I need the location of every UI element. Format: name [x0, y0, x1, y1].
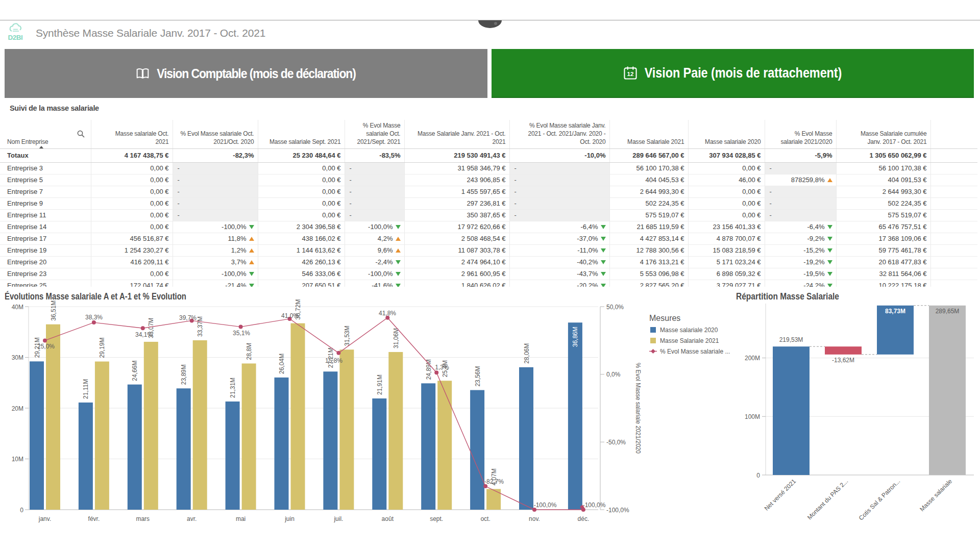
- svg-text:26,04M: 26,04M: [278, 354, 285, 374]
- svg-text:21,11M: 21,11M: [82, 379, 89, 399]
- svg-text:mars: mars: [136, 515, 150, 522]
- svg-text:12: 12: [627, 71, 633, 77]
- svg-text:-100,0%: -100,0%: [606, 507, 629, 514]
- svg-text:40M: 40M: [12, 304, 23, 311]
- svg-text:juin: juin: [284, 515, 295, 522]
- svg-text:50,0%: 50,0%: [606, 304, 624, 311]
- svg-text:34,1%: 34,1%: [135, 331, 153, 338]
- svg-text:29,19M: 29,19M: [99, 338, 106, 358]
- svg-text:Net versé 2021: Net versé 2021: [763, 478, 798, 512]
- svg-text:23,89M: 23,89M: [180, 364, 187, 385]
- svg-text:0,0%: 0,0%: [606, 371, 621, 378]
- svg-text:21,91M: 21,91M: [376, 374, 383, 395]
- svg-text:24,66M: 24,66M: [131, 361, 138, 381]
- svg-text:100M: 100M: [745, 413, 760, 420]
- svg-text:219,53M: 219,53M: [779, 336, 803, 343]
- svg-text:83,73M: 83,73M: [885, 308, 905, 315]
- svg-text:Mesures: Mesures: [649, 314, 680, 322]
- svg-text:Masse salariale: Masse salariale: [918, 478, 953, 513]
- svg-text:janv.: janv.: [38, 515, 51, 522]
- svg-text:Cotis Sal & Patron...: Cotis Sal & Patron...: [857, 478, 901, 521]
- svg-text:juil.: juil.: [333, 515, 343, 522]
- svg-text:25,0%: 25,0%: [37, 343, 55, 350]
- svg-text:289,65M: 289,65M: [936, 308, 960, 315]
- svg-text:36,51M: 36,51M: [50, 300, 57, 321]
- svg-text:31,06M: 31,06M: [393, 328, 400, 348]
- svg-text:déc.: déc.: [578, 515, 590, 522]
- svg-text:36,86M: 36,86M: [572, 327, 579, 347]
- svg-text:avr.: avr.: [187, 515, 197, 522]
- svg-text:15,8%: 15,8%: [325, 357, 342, 364]
- svg-text:24,89M: 24,89M: [425, 359, 432, 380]
- svg-text:sept.: sept.: [430, 515, 443, 522]
- svg-text:-50,0%: -50,0%: [606, 439, 626, 446]
- svg-text:1,3%: 1,3%: [435, 364, 449, 371]
- svg-text:Évolutions Masse salariale A e: Évolutions Masse salariale A et A-1 et %…: [5, 291, 186, 302]
- svg-text:35,1%: 35,1%: [233, 330, 250, 337]
- svg-text:41,0%: 41,0%: [281, 312, 299, 319]
- svg-text:Montant du PAS 2...: Montant du PAS 2...: [806, 478, 849, 521]
- svg-text:38,3%: 38,3%: [85, 314, 103, 321]
- svg-text:28,06M: 28,06M: [523, 343, 530, 364]
- svg-text:D2BI: D2BI: [8, 34, 23, 41]
- svg-text:-82,7%: -82,7%: [484, 478, 504, 485]
- svg-text:20M: 20M: [12, 405, 23, 412]
- svg-text:10M: 10M: [12, 456, 23, 463]
- svg-text:-100,0%: -100,0%: [583, 502, 606, 509]
- svg-text:21,31M: 21,31M: [229, 378, 236, 398]
- svg-text:Masse Salariale 2021: Masse Salariale 2021: [660, 337, 719, 344]
- svg-text:mai: mai: [236, 515, 246, 522]
- svg-text:oct.: oct.: [480, 515, 490, 522]
- svg-text:28,8M: 28,8M: [246, 343, 253, 360]
- svg-text:févr.: févr.: [88, 515, 100, 522]
- svg-text:-100,0%: -100,0%: [534, 502, 557, 509]
- svg-text:nov.: nov.: [529, 515, 540, 522]
- svg-text:23,56M: 23,56M: [474, 366, 481, 387]
- svg-text:39,7%: 39,7%: [179, 314, 197, 321]
- svg-text:30M: 30M: [12, 354, 23, 361]
- svg-text:33,37M: 33,37M: [197, 316, 204, 337]
- svg-text:41,8%: 41,8%: [379, 310, 396, 317]
- svg-text:% Evol Masse salariale 2021/20: % Evol Masse salariale 2021/2020: [634, 363, 642, 454]
- svg-text:% Evol Masse salariale ...: % Evol Masse salariale ...: [660, 348, 730, 355]
- svg-text:200M: 200M: [745, 355, 760, 362]
- svg-text:31,53M: 31,53M: [344, 325, 351, 346]
- svg-text:0: 0: [756, 472, 760, 479]
- svg-text:0: 0: [20, 507, 23, 514]
- svg-text:août: août: [382, 515, 394, 522]
- svg-text:Répartition Masse Salariale: Répartition Masse Salariale: [736, 291, 839, 302]
- svg-text:Masse salariale 2020: Masse salariale 2020: [660, 327, 718, 334]
- svg-text:-13,62M: -13,62M: [832, 357, 854, 364]
